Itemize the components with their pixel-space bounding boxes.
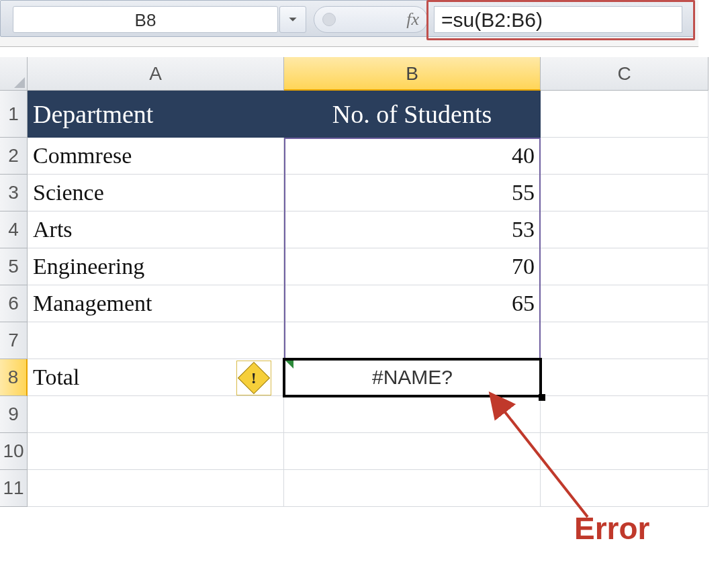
cell-c5[interactable]	[541, 248, 709, 285]
select-all-triangle-icon	[14, 77, 25, 88]
cell-a9[interactable]	[28, 396, 284, 433]
row-header-10[interactable]: 10	[0, 433, 28, 470]
cell-c10[interactable]	[541, 433, 709, 470]
column-header-b[interactable]: B	[284, 57, 541, 91]
cell-a1[interactable]: Department	[28, 91, 284, 138]
row-header-2[interactable]: 2	[0, 138, 28, 175]
row-header-5[interactable]: 5	[0, 248, 28, 285]
cell-a10[interactable]	[28, 433, 284, 470]
cell-b2[interactable]: 40	[284, 138, 541, 175]
cell-b1[interactable]: No. of Students	[284, 91, 541, 138]
cell-a4[interactable]: Arts	[28, 211, 284, 248]
row-header-9[interactable]: 9	[0, 396, 28, 433]
cell-a2[interactable]: Commrese	[28, 138, 284, 175]
cell-a7[interactable]	[28, 322, 284, 359]
formula-input[interactable]: =su(B2:B6)	[434, 6, 682, 33]
cell-c9[interactable]	[541, 396, 709, 433]
row-header-1[interactable]: 1	[0, 91, 28, 138]
error-smart-tag[interactable]: !	[236, 361, 271, 395]
row-header-8[interactable]: 8	[0, 359, 28, 396]
cell-a6[interactable]: Management	[28, 285, 284, 322]
row-header-7[interactable]: 7	[0, 322, 28, 359]
cell-c3[interactable]	[541, 175, 709, 211]
cell-b4[interactable]: 53	[284, 211, 541, 248]
insert-function-button[interactable]: fx	[314, 6, 428, 33]
warning-diamond-icon: !	[238, 362, 270, 394]
formula-bar: B8 fx =su(B2:B6)	[0, 0, 698, 47]
cancel-dot-icon	[322, 13, 336, 26]
cell-a5[interactable]: Engineering	[28, 248, 284, 285]
cell-b6[interactable]: 65	[284, 285, 541, 322]
select-all-corner[interactable]	[0, 57, 28, 91]
cell-a3[interactable]: Science	[28, 175, 284, 211]
row-header-3[interactable]: 3	[0, 175, 28, 211]
cell-c4[interactable]	[541, 211, 709, 248]
formula-bar-inner: B8 fx =su(B2:B6)	[0, 0, 695, 37]
row-header-6[interactable]: 6	[0, 285, 28, 322]
cell-c2[interactable]	[541, 138, 709, 175]
chevron-down-icon	[288, 15, 298, 24]
cell-b11[interactable]	[284, 470, 541, 507]
cell-c7[interactable]	[541, 322, 709, 359]
column-header-a[interactable]: A	[28, 57, 284, 91]
column-header-c[interactable]: C	[541, 57, 709, 91]
cell-b5[interactable]: 70	[284, 248, 541, 285]
fill-handle[interactable]	[539, 394, 545, 401]
cell-b7[interactable]	[284, 322, 541, 359]
cell-c11[interactable]	[541, 470, 709, 507]
annotation-label: Error	[574, 510, 649, 547]
cell-b10[interactable]	[284, 433, 541, 470]
cell-c8[interactable]	[541, 359, 709, 396]
row-header-11[interactable]: 11	[0, 470, 28, 507]
cell-b8-value: #NAME?	[284, 366, 541, 389]
fx-label: fx	[406, 9, 419, 30]
cell-c1[interactable]	[541, 91, 709, 138]
cell-c6[interactable]	[541, 285, 709, 322]
cell-a11[interactable]	[28, 470, 284, 507]
name-box[interactable]: B8	[13, 6, 278, 33]
name-box-dropdown[interactable]	[279, 6, 306, 33]
cell-b9[interactable]	[284, 396, 541, 433]
cell-b3[interactable]: 55	[284, 175, 541, 211]
row-header-4[interactable]: 4	[0, 211, 28, 248]
